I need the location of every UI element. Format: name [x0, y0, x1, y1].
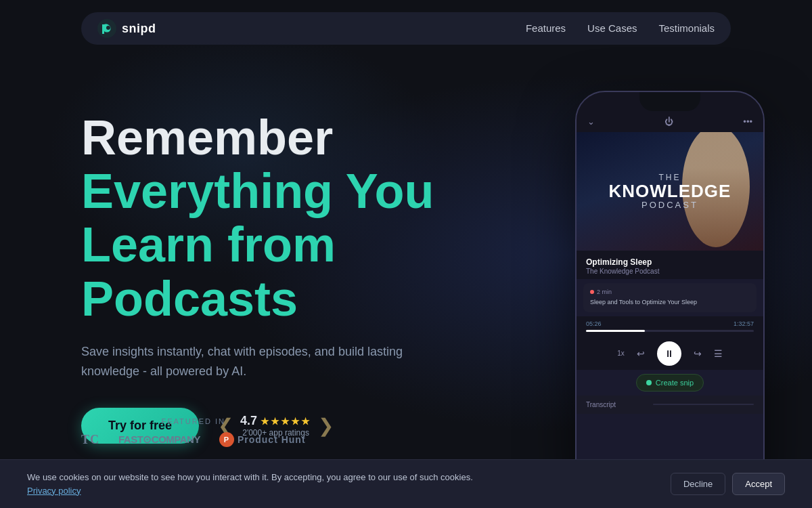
hero-headline: Remember Everything You Learn from Podca… — [81, 111, 514, 326]
time-total: 1:32:57 — [734, 320, 754, 327]
snippet-card: 2 min Sleep and Tools to Optimize Your S… — [583, 283, 757, 312]
featured-logos: TC FAST⊙COMPANY P Product Hunt — [81, 432, 306, 447]
transcript-line — [653, 404, 754, 405]
snippet-dot — [590, 290, 594, 294]
more-icon: ••• — [743, 117, 752, 127]
playlist-icon[interactable]: ☰ — [714, 348, 723, 359]
ph-label: Product Hunt — [238, 434, 306, 445]
episode-info: Optimizing Sleep The Knowledge Podcast — [577, 251, 763, 279]
transcript-bar: Transcript — [577, 396, 763, 414]
hero-left: Remember Everything You Learn from Podca… — [81, 98, 514, 444]
logo-icon — [97, 19, 116, 38]
back-icon: ⌄ — [587, 117, 595, 127]
create-snip-button[interactable]: Create snip — [636, 374, 704, 391]
snippet-duration: 2 min — [597, 289, 612, 295]
nav-testimonials[interactable]: Testimonials — [658, 22, 715, 34]
snippet-text: Sleep and Tools to Optimize Your Sleep — [590, 298, 750, 307]
producthunt-logo: P Product Hunt — [219, 432, 306, 447]
cookie-banner: We use cookies on our website to see how… — [0, 459, 812, 508]
episode-title: Optimizing Sleep — [586, 257, 754, 267]
headline-line2: Everything You — [81, 164, 434, 218]
episode-show: The Knowledge Podcast — [586, 268, 754, 275]
featured-section: FEATURED IN TC FAST⊙COMPANY P Product Hu… — [81, 417, 306, 447]
speed-label[interactable]: 1x — [617, 350, 625, 357]
rewind-icon[interactable]: ↩ — [637, 348, 645, 359]
snippet-label: 2 min — [590, 289, 750, 295]
podcast-art-text: THE KNOWLEDGE PODCAST — [609, 173, 731, 210]
laurel-right-icon: ❯ — [318, 417, 334, 436]
hero-section: Remember Everything You Learn from Podca… — [0, 57, 812, 444]
hero-subtext: Save insights instantly, chat with episo… — [81, 342, 420, 381]
transcript-label: Transcript — [586, 401, 616, 408]
player-controls: 1x ↩ ⏸ ↪ ☰ — [577, 336, 763, 370]
time-row: 05:26 1:32:57 — [586, 320, 754, 327]
svg-point-1 — [106, 26, 110, 30]
podcast-name: KNOWLEDGE — [609, 182, 731, 200]
cookie-text: We use cookies on our website to see how… — [27, 471, 501, 497]
play-pause-button[interactable]: ⏸ — [657, 341, 681, 366]
power-icon: ⏻ — [664, 117, 673, 127]
podcast-art: THE KNOWLEDGE PODCAST — [577, 132, 763, 251]
logo[interactable]: snipd — [97, 19, 156, 38]
nav-use-cases[interactable]: Use Cases — [587, 22, 637, 34]
accept-button[interactable]: Accept — [732, 473, 785, 495]
progress-section: 05:26 1:32:57 — [577, 316, 763, 336]
cookie-buttons: Decline Accept — [671, 473, 785, 495]
time-elapsed: 05:26 — [586, 320, 602, 327]
navbar: snipd Features Use Cases Testimonials — [81, 12, 731, 45]
phone-notch — [639, 92, 700, 111]
ph-icon: P — [219, 432, 234, 447]
create-snip-label: Create snip — [656, 379, 694, 387]
progress-bar[interactable] — [586, 330, 754, 332]
decline-button[interactable]: Decline — [671, 473, 725, 495]
logo-text: snipd — [122, 22, 156, 36]
progress-fill — [586, 330, 645, 332]
nav-links: Features Use Cases Testimonials — [526, 22, 715, 35]
snip-dot-icon — [646, 380, 652, 385]
fastcompany-logo: FAST⊙COMPANY — [118, 433, 200, 446]
podcast-subtitle: PODCAST — [609, 200, 731, 210]
featured-label: FEATURED IN — [81, 417, 306, 425]
techcrunch-logo: TC — [81, 433, 99, 447]
phone-frame: ⌄ ⏻ ••• THE KNOWLEDGE PODCAST Optimizing… — [575, 91, 765, 490]
nav-features[interactable]: Features — [526, 22, 566, 34]
headline-line1: Remember — [81, 110, 333, 165]
forward-icon[interactable]: ↪ — [694, 348, 702, 359]
privacy-policy-link[interactable]: Privacy policy — [27, 486, 81, 496]
phone-mockup: ⌄ ⏻ ••• THE KNOWLEDGE PODCAST Optimizing… — [575, 91, 778, 508]
headline-line3: Learn from Podcasts — [81, 217, 336, 325]
